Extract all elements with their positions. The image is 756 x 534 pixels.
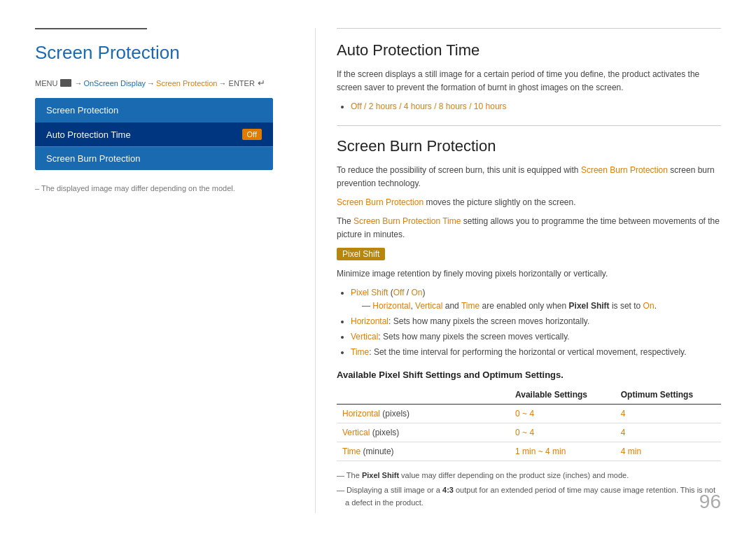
table-cell-label: Horizontal (pixels) <box>337 404 510 423</box>
nav-box-header: Screen Protection <box>35 98 273 122</box>
pixel-table: Available Settings Optimum Settings Hori… <box>337 386 721 461</box>
footnotes-section: — The Pixel Shift value may differ depen… <box>337 470 721 513</box>
page-number: 96 <box>699 491 721 513</box>
table-cell-available: 0 ~ 4 <box>510 423 615 442</box>
table-cell-optimum: 4 <box>615 423 721 442</box>
table-header-available: Available Settings <box>510 386 615 405</box>
table-cell-optimum: 4 min <box>615 442 721 461</box>
table-row: Horizontal (pixels) 0 ~ 4 4 <box>337 404 721 423</box>
pixel-shift-sub-bullets: Horizontal, Vertical and Time are enable… <box>362 300 721 313</box>
footnote-1: — The Pixel Shift value may differ depen… <box>337 470 721 482</box>
table-cell-label: Time (minute) <box>337 442 510 461</box>
footnote-3: — If Picture Size is set to Screen Fit, … <box>337 512 721 513</box>
enter-icon: ↵ <box>258 78 265 88</box>
nav-item-auto-protection[interactable]: Auto Protection Time Off <box>35 122 273 146</box>
screen-burn-body2: Screen Burn Protection moves the picture… <box>337 196 721 209</box>
pixel-shift-intro: Minimize image retention by finely movin… <box>337 267 721 281</box>
nav-menu-box: Screen Protection Auto Protection Time O… <box>35 98 273 170</box>
bullet-time: Time: Set the time interval for performi… <box>351 346 721 359</box>
table-row: Vertical (pixels) 0 ~ 4 4 <box>337 423 721 442</box>
table-row: Time (minute) 1 min ~ 4 min 4 min <box>337 442 721 461</box>
auto-protection-heading: Auto Protection Time <box>337 41 721 59</box>
screen-burn-body3: The Screen Burn Protection Time setting … <box>337 215 721 241</box>
left-note: – The displayed image may differ dependi… <box>35 184 273 192</box>
table-cell-available: 0 ~ 4 <box>510 404 615 423</box>
menu-icon <box>60 79 71 87</box>
bullet-vertical: Vertical: Sets how many pixels the scree… <box>351 330 721 344</box>
screen-burn-heading: Screen Burn Protection <box>337 137 721 155</box>
pixel-shift-bullets: Pixel Shift (Off / On) Horizontal, Verti… <box>351 286 721 360</box>
table-title: Available Pixel Shift Settings and Optim… <box>337 370 721 380</box>
onscreen-display-link: OnScreen Display <box>83 79 146 87</box>
table-cell-optimum: 4 <box>615 404 721 423</box>
page-title: Screen Protection <box>35 42 273 64</box>
pixel-shift-badge: Pixel Shift <box>337 248 385 260</box>
screen-burn-body1: To reduce the possibility of screen burn… <box>337 164 721 190</box>
nav-item-badge: Off <box>242 129 262 140</box>
footnote-2: — Displaying a still image or a 4:3 outp… <box>337 484 721 509</box>
screen-burn-time-link: Screen Burn Protection Time <box>354 216 461 226</box>
bullet-pixel-shift-toggle: Pixel Shift (Off / On) Horizontal, Verti… <box>351 286 721 313</box>
auto-protection-options: Off / 2 hours / 4 hours / 8 hours / 10 h… <box>351 101 507 111</box>
table-cell-label: Vertical (pixels) <box>337 423 510 442</box>
auto-protection-body: If the screen displays a still image for… <box>337 68 721 94</box>
pixel-table-section: Available Pixel Shift Settings and Optim… <box>337 370 721 461</box>
screen-burn-link2: Screen Burn Protection <box>337 197 424 207</box>
table-cell-available: 1 min ~ 4 min <box>510 442 615 461</box>
table-header-optimum: Optimum Settings <box>615 386 721 405</box>
menu-label: MENU <box>35 79 57 87</box>
nav-item-label: Auto Protection Time <box>46 129 131 140</box>
sub-bullet-enabled: Horizontal, Vertical and Time are enable… <box>362 300 721 313</box>
screen-protection-link: Screen Protection <box>156 79 217 87</box>
menu-breadcrumb: MENU → OnScreen Display → Screen Protect… <box>35 78 273 88</box>
nav-item-label: Screen Burn Protection <box>46 153 140 164</box>
panel-divider <box>315 28 316 513</box>
nav-item-screen-burn[interactable]: Screen Burn Protection <box>35 146 273 170</box>
bullet-horizontal: Horizontal: Sets how many pixels the scr… <box>351 315 721 328</box>
auto-protection-options-list: Off / 2 hours / 4 hours / 8 hours / 10 h… <box>351 100 721 113</box>
table-header-name <box>337 386 510 405</box>
screen-burn-link1: Screen Burn Protection <box>581 165 668 175</box>
right-panel: Auto Protection Time If the screen displ… <box>337 28 721 513</box>
left-panel: Screen Protection MENU → OnScreen Displa… <box>35 28 294 513</box>
